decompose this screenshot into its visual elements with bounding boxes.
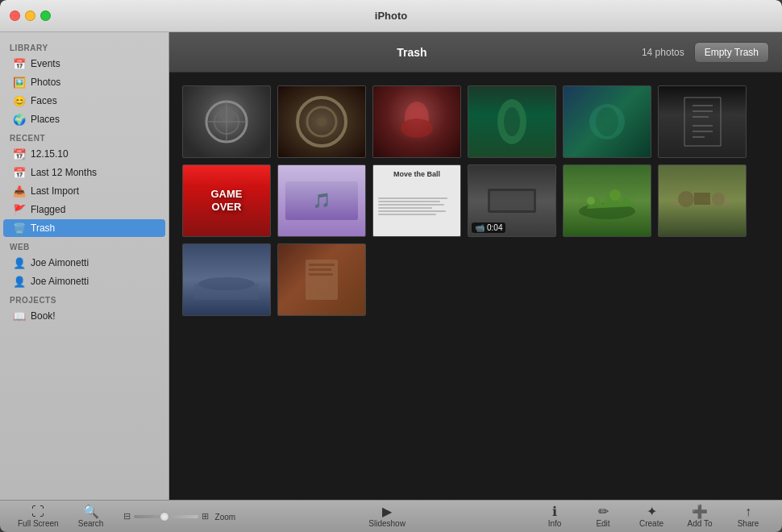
sidebar-item-lastimport[interactable]: 📥 Last Import [3, 182, 165, 200]
photo-thumb[interactable] [372, 85, 461, 158]
last12-icon: 📅 [13, 166, 26, 179]
fullscreen-button[interactable]: ⛶ Full Screen [10, 504, 67, 530]
web-section-label: WEB [0, 238, 168, 253]
trash-icon: 🗑️ [13, 222, 26, 235]
addto-button[interactable]: ➕ Add To [676, 504, 724, 530]
photo-thumb[interactable]: 📹 0:04 [468, 164, 556, 237]
events-icon: 📅 [13, 57, 26, 70]
create-button[interactable]: ✦ Create [627, 504, 676, 530]
svg-point-8 [401, 118, 433, 138]
web2-icon: 👤 [13, 275, 26, 288]
photo-thumb[interactable] [563, 164, 651, 237]
lastimport-icon: 📥 [13, 185, 26, 197]
photo-thumb[interactable] [277, 85, 366, 158]
edit-icon: ✏ [598, 505, 609, 518]
share-button[interactable]: ↑ Share [724, 504, 772, 530]
faces-icon: 😊 [13, 94, 26, 107]
sidebar-item-web1-label: Joe Aimonetti [31, 257, 89, 268]
content-area: Trash 14 photos Empty Trash [169, 32, 782, 500]
sidebar-item-trash[interactable]: 🗑️ Trash [3, 219, 165, 237]
zoom-out-icon: ⊟ [123, 511, 131, 522]
content-header: Trash 14 photos Empty Trash [169, 32, 782, 73]
zoom-control: ⊟ ⊞ Zoom [115, 511, 244, 522]
main-layout: LIBRARY 📅 Events 🖼️ Photos 😊 Faces 🌍 Pla… [0, 32, 782, 500]
svg-point-16 [587, 197, 595, 205]
share-label: Share [738, 519, 759, 528]
photo-count: 14 photos [642, 47, 684, 58]
slideshow-icon: ▶ [382, 505, 392, 518]
book-icon: 📖 [13, 310, 26, 322]
web1-icon: 👤 [13, 256, 26, 269]
sidebar-item-date-label: 12.15.10 [31, 148, 69, 160]
sidebar-item-places[interactable]: 🌍 Places [3, 110, 165, 128]
sidebar-item-events-label: Events [31, 58, 60, 69]
zoom-slider-thumb[interactable] [160, 512, 169, 522]
content-title: Trash [182, 46, 642, 59]
photo-thumb[interactable] [277, 243, 366, 316]
projects-section-label: PROJECTS [0, 291, 168, 306]
maximize-button[interactable] [40, 10, 51, 21]
fullscreen-label: Full Screen [18, 519, 59, 528]
sidebar-item-lastimport-label: Last Import [31, 185, 79, 197]
photo-thumb[interactable]: GAMEOVER [182, 164, 271, 237]
close-button[interactable] [10, 10, 20, 21]
video-camera-icon: 📹 [475, 223, 485, 232]
slideshow-label: Slideshow [368, 519, 406, 528]
app-title: iPhoto [375, 10, 407, 22]
sidebar-item-faces-label: Faces [31, 95, 57, 106]
photo-thumb[interactable]: 🎵 [277, 164, 366, 237]
fullscreen-icon: ⛶ [31, 505, 44, 518]
recent-section-label: RECENT [0, 129, 168, 144]
svg-rect-14 [490, 191, 534, 210]
photo-thumb[interactable] [658, 164, 747, 237]
sidebar-item-events[interactable]: 📅 Events [3, 55, 165, 73]
svg-rect-27 [309, 273, 333, 276]
info-label: Info [548, 519, 562, 528]
sidebar-item-last12-label: Last 12 Months [31, 167, 97, 178]
addto-label: Add To [688, 519, 713, 528]
sidebar-item-places-label: Places [31, 114, 60, 125]
sidebar-item-date[interactable]: 📆 12.15.10 [3, 145, 165, 163]
slideshow-button[interactable]: ▶ Slideshow [360, 504, 414, 530]
info-button[interactable]: ℹ Info [530, 504, 579, 530]
sidebar: LIBRARY 📅 Events 🖼️ Photos 😊 Faces 🌍 Pla… [0, 32, 169, 500]
minimize-button[interactable] [25, 10, 35, 21]
photo-thumb[interactable]: Move the Ball [372, 164, 461, 237]
sidebar-item-web1[interactable]: 👤 Joe Aimonetti [3, 254, 165, 272]
photo-thumb[interactable] [563, 85, 651, 158]
edit-button[interactable]: ✏ Edit [579, 504, 627, 530]
zoom-slider[interactable] [134, 515, 198, 518]
search-button[interactable]: 🔍 Search [67, 504, 115, 530]
photo-thumb[interactable] [468, 85, 556, 158]
sidebar-item-photos-label: Photos [31, 77, 60, 88]
video-duration-badge: 📹 0:04 [472, 222, 505, 233]
photo-thumb[interactable] [182, 243, 271, 316]
sidebar-item-book[interactable]: 📖 Book! [3, 307, 165, 325]
empty-trash-button[interactable]: Empty Trash [694, 42, 769, 63]
share-icon: ↑ [745, 505, 751, 518]
zoom-in-icon: ⊞ [202, 511, 209, 522]
toolbar: ⛶ Full Screen 🔍 Search ⊟ ⊞ Zoom ▶ Slides… [0, 500, 782, 532]
sidebar-item-faces[interactable]: 😊 Faces [3, 92, 165, 110]
svg-point-10 [504, 107, 520, 136]
photo-thumb[interactable] [658, 85, 747, 158]
sidebar-item-last12[interactable]: 📅 Last 12 Months [3, 164, 165, 181]
sidebar-item-web2[interactable]: 👤 Joe Aimonetti [3, 272, 165, 290]
traffic-lights [10, 10, 51, 21]
svg-rect-21 [694, 193, 710, 205]
info-icon: ℹ [552, 505, 557, 518]
video-duration: 0:04 [487, 223, 502, 232]
photo-thumb[interactable] [182, 85, 271, 158]
edit-label: Edit [596, 519, 609, 528]
create-icon: ✦ [647, 505, 657, 518]
search-label: Search [78, 519, 104, 528]
sidebar-item-web2-label: Joe Aimonetti [31, 276, 89, 287]
svg-point-20 [712, 193, 725, 206]
places-icon: 🌍 [13, 113, 26, 126]
sidebar-item-flagged[interactable]: 🚩 Flagged [3, 201, 165, 218]
sidebar-item-photos[interactable]: 🖼️ Photos [3, 73, 165, 91]
addto-icon: ➕ [692, 505, 708, 518]
svg-rect-25 [309, 264, 335, 266]
flagged-icon: 🚩 [13, 203, 26, 216]
sidebar-item-flagged-label: Flagged [31, 204, 65, 215]
